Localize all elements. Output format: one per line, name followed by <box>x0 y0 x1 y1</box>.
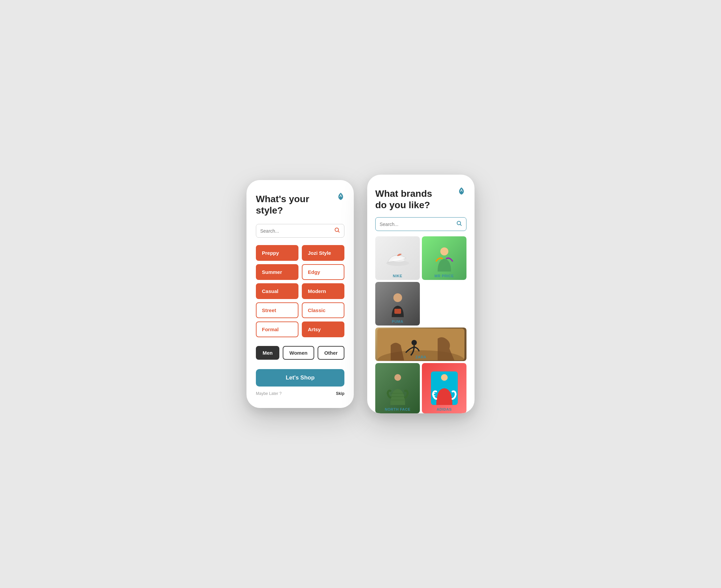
svg-point-11 <box>411 340 417 345</box>
brand-cell-mrprice[interactable]: MR PRICE <box>422 236 467 280</box>
svg-point-17 <box>441 374 448 381</box>
brand-cell-adidas[interactable]: ADIDAS <box>422 363 467 413</box>
brand-cell-northface[interactable]: NORTH FACE <box>375 363 420 413</box>
gender-btn-men[interactable]: Men <box>256 346 279 360</box>
brand-label-northface: NORTH FACE <box>375 407 420 411</box>
brand-img-mrprice <box>422 236 467 280</box>
style-btn-summer[interactable]: Summer <box>256 264 298 280</box>
svg-line-3 <box>460 224 461 225</box>
gender-btn-women[interactable]: Women <box>283 346 314 360</box>
svg-rect-8 <box>394 309 401 314</box>
phone-brands: What brands do you like? <box>367 175 475 413</box>
logo-icon-1 <box>337 192 344 203</box>
style-btn-edgy[interactable]: Edgy <box>302 264 344 280</box>
svg-point-5 <box>392 258 405 262</box>
brand-label-puma: PUMA <box>375 319 420 323</box>
svg-point-12 <box>394 374 401 381</box>
page-title-style: What's your style? <box>256 193 344 216</box>
style-btn-classic[interactable]: Classic <box>302 302 344 318</box>
logo-icon-2 <box>458 187 465 197</box>
brand-label-zara: ZARA <box>375 355 467 359</box>
brands-grid: NIKE MR PRICE <box>375 236 467 413</box>
style-btn-preppy[interactable]: Preppy <box>256 245 298 261</box>
style-grid: Preppy Jozi Style Summer Edgy Casual Mod… <box>256 245 344 337</box>
brand-label-adidas: ADIDAS <box>422 407 467 411</box>
search-input-style[interactable] <box>260 228 334 234</box>
brand-label-mrprice: MR PRICE <box>422 274 467 278</box>
search-bar-brands[interactable] <box>375 217 467 231</box>
brand-img-adidas <box>422 363 467 413</box>
maybe-later-text[interactable]: Maybe Later ? <box>256 391 282 396</box>
search-bar-style[interactable] <box>256 224 344 238</box>
brand-cell-puma[interactable]: PUMA <box>375 282 420 326</box>
search-input-brands[interactable] <box>379 222 456 227</box>
brand-img-puma <box>375 282 420 326</box>
style-btn-jozi[interactable]: Jozi Style <box>302 245 344 261</box>
brand-label-nike: NIKE <box>375 274 420 278</box>
brand-cell-zara[interactable]: ZARA <box>375 328 467 361</box>
brand-img-northface <box>375 363 420 413</box>
page-title-brands: What brands do you like? <box>375 188 467 211</box>
scene: What's your style? Preppy Jozi Style Sum… <box>226 154 495 434</box>
search-icon-brands <box>456 220 462 228</box>
search-icon-style <box>334 227 340 235</box>
brand-img-nike <box>375 236 420 280</box>
svg-line-1 <box>338 231 339 232</box>
brand-cell-nike[interactable]: NIKE <box>375 236 420 280</box>
gender-btn-other[interactable]: Other <box>317 346 344 360</box>
svg-point-7 <box>393 293 402 302</box>
style-btn-modern[interactable]: Modern <box>302 283 344 299</box>
lets-shop-button[interactable]: Let's Shop <box>256 369 344 386</box>
svg-point-6 <box>440 247 448 255</box>
phone-style: What's your style? Preppy Jozi Style Sum… <box>246 180 354 408</box>
skip-link[interactable]: Skip <box>336 391 344 396</box>
footer-links: Maybe Later ? Skip <box>256 391 344 396</box>
style-btn-street[interactable]: Street <box>256 302 298 318</box>
gender-group: Men Women Other <box>256 346 344 360</box>
style-btn-casual[interactable]: Casual <box>256 283 298 299</box>
style-btn-formal[interactable]: Formal <box>256 321 298 337</box>
style-btn-artsy[interactable]: Artsy <box>302 321 344 337</box>
